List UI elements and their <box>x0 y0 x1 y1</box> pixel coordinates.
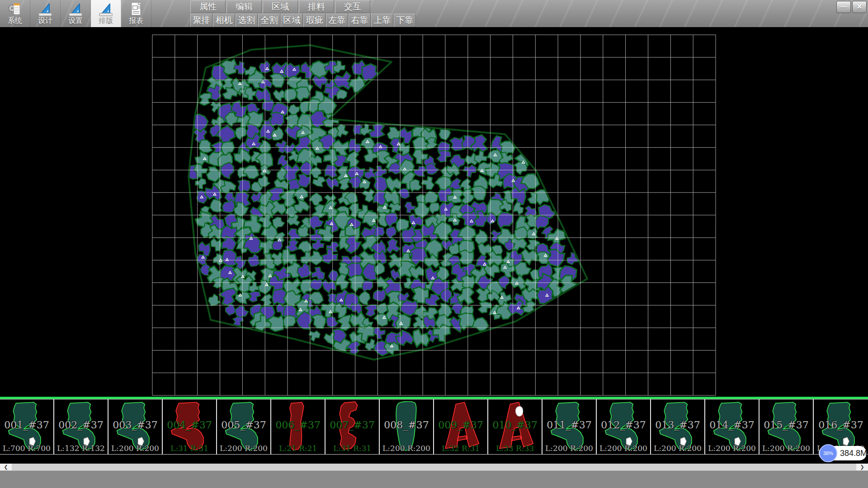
nav-tab-label: 系统 <box>0 16 30 26</box>
piece-thumbnail[interactable]: 003_#37L:200 R:200 <box>108 399 163 454</box>
piece-thumbnail[interactable]: 001_#37L:700 R:700 <box>0 399 54 454</box>
piece-thumbnail[interactable]: 013_#37L:200 R:200 <box>651 399 705 454</box>
nav-tab-system[interactable]: 系统 <box>0 0 30 27</box>
tool-button-select-cut[interactable]: 选割 <box>236 14 258 27</box>
set-square-icon <box>98 1 114 18</box>
piece-count-label: L:200 R:200 <box>380 444 433 453</box>
app-window: 系统设计设置排版报表 属性编辑区域排料交互 聚排相机选割全割区域瑕疵左靠右靠上靠… <box>0 0 868 488</box>
tool-button-cut-all[interactable]: 全割 <box>258 14 280 27</box>
scroll-right-button[interactable]: ❯ <box>856 464 868 470</box>
tool-button-snap-top[interactable]: 上靠 <box>371 14 393 27</box>
tool-button-snap-right[interactable]: 右靠 <box>349 14 371 27</box>
nav-tab-design[interactable]: 设计 <box>30 0 61 27</box>
main-nav: 系统设计设置排版报表 <box>0 0 151 27</box>
nav-tab-label: 设计 <box>30 16 60 26</box>
piece-thumbnail[interactable]: 004_#37L:31 R:31 <box>163 399 217 454</box>
piece-thumbnail[interactable]: 005_#37L:200 R:200 <box>217 399 271 454</box>
thumbnail-scrollbar[interactable]: ❮ ❯ <box>0 464 868 470</box>
menu-item-nesting[interactable]: 排料 <box>299 0 334 13</box>
piece-id-label: 004_#37 <box>163 419 216 431</box>
tool-button-camera[interactable]: 相机 <box>213 14 235 27</box>
piece-count-label: L:31 R:31 <box>326 444 379 453</box>
tool-button-cluster-nest[interactable]: 聚排 <box>190 14 212 27</box>
menu-item-region[interactable]: 区域 <box>263 0 298 13</box>
window-controls: — ✕ <box>836 1 867 13</box>
menu-item-properties[interactable]: 属性 <box>190 0 226 13</box>
piece-count-label: L:200 R:200 <box>597 444 650 453</box>
piece-id-label: 012_#37 <box>597 419 650 431</box>
piece-thumbnail[interactable]: 008_#37L:200 R:200 <box>380 399 434 454</box>
piece-thumbnail[interactable]: 006_#37L:21 R:21 <box>271 399 326 454</box>
progress-badge[interactable]: 38% 384.8M <box>819 446 867 460</box>
status-bar <box>0 470 868 488</box>
close-button[interactable]: ✕ <box>852 1 867 13</box>
tool-bar: 聚排相机选割全割区域瑕疵左靠右靠上靠下靠 <box>190 14 416 27</box>
progress-percent-circle: 38% <box>819 444 837 462</box>
piece-count-label: L:200 R:200 <box>217 444 270 453</box>
toolbar: 系统设计设置排版报表 属性编辑区域排料交互 聚排相机选割全割区域瑕疵左靠右靠上靠… <box>0 0 868 28</box>
piece-id-label: 006_#37 <box>271 419 325 431</box>
piece-thumbnail[interactable]: 010_#37L:33 R:33 <box>488 399 542 454</box>
piece-id-label: 009_#37 <box>434 419 487 431</box>
piece-thumbnail[interactable]: 015_#37L:200 R:200 <box>760 399 814 454</box>
piece-count-label: L:200 R:200 <box>542 444 596 453</box>
nav-tab-settings[interactable]: 设置 <box>61 0 91 27</box>
piece-thumbnail[interactable]: 014_#37L:200 R:200 <box>705 399 760 454</box>
set-square-icon <box>37 1 53 18</box>
piece-thumbnail-strip: 001_#37L:700 R:700002_#37L:132 R:132003_… <box>0 399 868 455</box>
piece-count-label: L:200 R:200 <box>760 444 813 453</box>
tool-button-region[interactable]: 区域 <box>281 14 303 27</box>
menu-bar: 属性编辑区域排料交互 <box>190 0 371 13</box>
piece-id-label: 016_#37 <box>814 419 868 431</box>
piece-id-label: 015_#37 <box>760 419 813 431</box>
menu-item-interactive[interactable]: 交互 <box>335 0 370 13</box>
piece-id-label: 013_#37 <box>651 419 704 431</box>
piece-thumbnail[interactable]: 012_#37L:200 R:200 <box>597 399 651 454</box>
piece-id-label: 005_#37 <box>217 419 270 431</box>
piece-count-label: L:33 R:33 <box>488 444 542 453</box>
piece-count-label: L:31 R:31 <box>163 444 216 453</box>
piece-id-label: 014_#37 <box>705 419 759 431</box>
piece-id-label: 003_#37 <box>108 419 162 431</box>
piece-id-label: 008_#37 <box>380 419 433 431</box>
piece-id-label: 007_#37 <box>326 419 379 431</box>
piece-count-label: L:132 R:132 <box>54 444 108 453</box>
piece-thumbnail[interactable]: 007_#37L:31 R:31 <box>326 399 380 454</box>
piece-thumbnail[interactable]: 011_#37L:200 R:200 <box>542 399 597 454</box>
piece-count-label: L:32 R:31 <box>434 444 487 453</box>
gear-doc-icon <box>7 1 23 18</box>
nav-tab-layout[interactable]: 排版 <box>91 0 121 27</box>
progress-size-label: 384.8M <box>840 449 867 458</box>
tool-button-defect[interactable]: 瑕疵 <box>303 14 326 27</box>
nav-tab-label: 报表 <box>121 16 151 26</box>
set-square-icon <box>67 1 84 18</box>
piece-thumbnail[interactable]: 009_#37L:32 R:31 <box>434 399 488 454</box>
piece-thumbnail[interactable]: 002_#37L:132 R:132 <box>54 399 108 454</box>
piece-count-label: L:200 R:200 <box>705 444 759 453</box>
minimize-button[interactable]: — <box>836 1 851 13</box>
nav-tab-label: 设置 <box>61 16 90 26</box>
nested-pieces <box>184 58 581 357</box>
scroll-left-button[interactable]: ❮ <box>0 464 12 470</box>
tool-button-snap-bottom[interactable]: 下靠 <box>394 14 416 27</box>
piece-id-label: 001_#37 <box>0 419 53 431</box>
report-icon <box>128 1 144 18</box>
nav-tab-label: 排版 <box>91 16 121 26</box>
piece-id-label: 002_#37 <box>54 419 108 431</box>
piece-count-label: L:200 R:200 <box>108 444 162 453</box>
piece-id-label: 011_#37 <box>542 419 596 431</box>
piece-count-label: L:21 R:21 <box>271 444 325 453</box>
nav-tab-report[interactable]: 报表 <box>121 0 151 27</box>
piece-id-label: 010_#37 <box>488 419 542 431</box>
piece-count-label: L:700 R:700 <box>0 444 53 453</box>
tool-button-snap-left[interactable]: 左靠 <box>326 14 348 27</box>
piece-count-label: L:200 R:200 <box>651 444 704 453</box>
menu-item-edit[interactable]: 编辑 <box>226 0 262 13</box>
